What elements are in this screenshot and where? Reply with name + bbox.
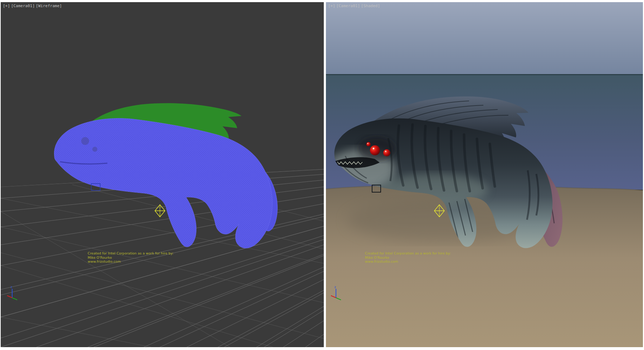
annotation-line-2: Mike O'Rourke (88, 256, 174, 260)
viewport-label-right: [+] [Camera01] [Shaded] (328, 4, 380, 8)
viewport-label-left: [+] [Camera01] [Wireframe] (3, 4, 62, 8)
world-axis-tripod: z (330, 285, 345, 301)
axis-y-icon (336, 298, 341, 300)
wireframe-scene-canvas[interactable] (1, 2, 324, 347)
shading-mode-label[interactable]: [Shaded] (361, 4, 380, 8)
scene-annotation-text: Created for Intel Corporation as a work … (365, 251, 451, 264)
shading-mode-label[interactable]: [Wireframe] (36, 4, 62, 8)
annotation-line-1: Created for Intel Corporation as a work … (88, 251, 174, 256)
viewport-menu-button[interactable]: [+] (328, 4, 335, 8)
sky-upper (326, 2, 643, 74)
fish-eye-small-wireframe (92, 147, 97, 152)
axis-x-icon (331, 296, 336, 298)
dual-viewport-area: [+] [Camera01] [Wireframe] (0, 0, 644, 350)
viewport-wireframe[interactable]: [+] [Camera01] [Wireframe] (1, 2, 324, 347)
viewport-menu-button[interactable]: [+] (3, 4, 10, 8)
axis-y-icon (12, 298, 17, 300)
scene-annotation-text: Created for Intel Corporation as a work … (88, 251, 174, 264)
horizon-line (326, 74, 643, 75)
axis-z-label: z (10, 285, 12, 289)
viewport-shaded[interactable]: [+] [Camera01] [Shaded] (326, 2, 643, 347)
annotation-line-2: Mike O'Rourke (365, 256, 451, 260)
fish-eye-wireframe (81, 137, 89, 145)
camera-pov-label[interactable]: [Camera01] (336, 4, 360, 8)
annotation-line-3: www.frizstudio.com (88, 259, 174, 264)
axis-x-icon (7, 296, 12, 298)
annotation-line-3: www.frizstudio.com (365, 259, 451, 264)
annotation-line-1: Created for Intel Corporation as a work … (365, 251, 451, 256)
shaded-scene-canvas[interactable] (326, 2, 643, 347)
axis-z-label: z (334, 285, 336, 289)
camera-pov-label[interactable]: [Camera01] (11, 4, 35, 8)
world-axis-tripod: z (6, 285, 21, 301)
